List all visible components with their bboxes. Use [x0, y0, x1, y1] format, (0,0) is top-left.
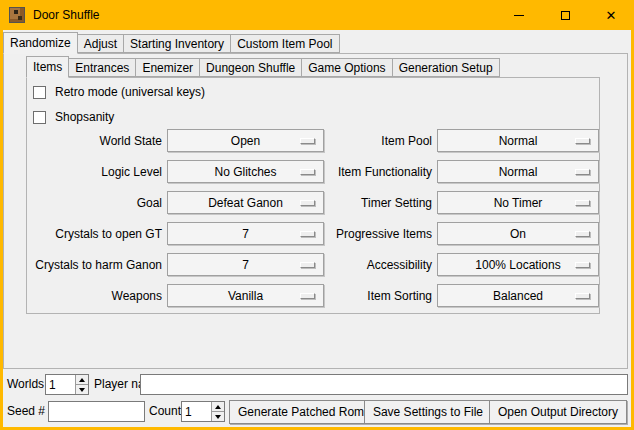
logic-level-value: No Glitches	[214, 165, 276, 179]
item-sorting-label: Item Sorting	[329, 284, 432, 307]
arrow-down-icon	[215, 415, 221, 419]
accessibility-dropdown[interactable]: 100% Locations	[437, 253, 599, 276]
weapons-value: Vanilla	[228, 289, 263, 303]
goal-dropdown[interactable]: Defeat Ganon	[167, 191, 324, 214]
tab-custom-item-pool[interactable]: Custom Item Pool	[230, 34, 339, 53]
dropdown-indicator-icon	[575, 200, 590, 206]
item-pool-value: Normal	[499, 134, 538, 148]
maximize-button[interactable]	[542, 0, 588, 30]
tab-generation-setup[interactable]: Generation Setup	[392, 58, 500, 77]
open-output-directory-button[interactable]: Open Output Directory	[489, 400, 627, 424]
world-state-dropdown[interactable]: Open	[167, 129, 324, 152]
dropdown-indicator-icon	[575, 231, 590, 237]
retro-mode-row: Retro mode (universal keys)	[33, 84, 205, 100]
dropdown-indicator-icon	[300, 138, 315, 144]
arrow-down-icon	[79, 388, 85, 392]
tab-dungeon-shuffle[interactable]: Dungeon Shuffle	[199, 58, 302, 77]
minimize-icon	[514, 15, 524, 16]
crystals-harm-ganon-dropdown[interactable]: 7	[167, 253, 324, 276]
item-functionality-label: Item Functionality	[329, 160, 432, 183]
crystals-open-gt-value: 7	[242, 227, 249, 241]
weapons-dropdown[interactable]: Vanilla	[167, 284, 324, 307]
count-spinbox[interactable]	[181, 401, 225, 422]
count-label: Count	[149, 401, 181, 422]
player-names-input[interactable]	[140, 374, 628, 395]
window-title: Door Shuffle	[33, 8, 100, 22]
titlebar: Door Shuffle ✕	[0, 0, 634, 30]
timer-setting-label: Timer Setting	[329, 191, 432, 214]
worlds-label: Worlds	[7, 374, 44, 395]
accessibility-value: 100% Locations	[475, 258, 560, 272]
item-pool-dropdown[interactable]: Normal	[437, 129, 599, 152]
window-controls: ✕	[496, 0, 634, 30]
progressive-items-value: On	[510, 227, 526, 241]
weapons-label: Weapons	[27, 284, 162, 307]
tab-randomize[interactable]: Randomize	[3, 32, 78, 54]
shopsanity-checkbox[interactable]	[33, 111, 46, 124]
timer-setting-value: No Timer	[494, 196, 543, 210]
shopsanity-row: Shopsanity	[33, 109, 114, 125]
count-spin-buttons	[211, 402, 224, 421]
world-state-label: World State	[27, 129, 162, 152]
crystals-harm-ganon-value: 7	[242, 258, 249, 272]
minimize-button[interactable]	[496, 0, 542, 30]
worlds-spin-buttons	[75, 375, 88, 394]
logic-level-label: Logic Level	[27, 160, 162, 183]
tab-enemizer[interactable]: Enemizer	[135, 58, 200, 77]
accessibility-label: Accessibility	[329, 253, 432, 276]
inner-tab-bar: Items Entrances Enemizer Dungeon Shuffle…	[26, 55, 499, 78]
world-state-value: Open	[231, 134, 260, 148]
dropdown-indicator-icon	[575, 293, 590, 299]
dropdown-indicator-icon	[300, 262, 315, 268]
arrow-up-icon	[215, 405, 221, 409]
dropdown-indicator-icon	[575, 138, 590, 144]
dropdown-indicator-icon	[575, 262, 590, 268]
arrow-up-icon	[79, 378, 85, 382]
door-shuffle-window: Door Shuffle ✕ Randomize Adjust Starting…	[0, 0, 634, 430]
retro-mode-checkbox[interactable]	[33, 86, 46, 99]
tab-starting-inventory[interactable]: Starting Inventory	[123, 34, 231, 53]
item-functionality-dropdown[interactable]: Normal	[437, 160, 599, 183]
close-button[interactable]: ✕	[588, 0, 634, 30]
crystals-open-gt-dropdown[interactable]: 7	[167, 222, 324, 245]
generate-patched-rom-button[interactable]: Generate Patched Rom	[229, 400, 373, 424]
progressive-items-label: Progressive Items	[329, 222, 432, 245]
retro-mode-label: Retro mode (universal keys)	[55, 85, 205, 99]
goal-value: Defeat Ganon	[208, 196, 283, 210]
count-input[interactable]	[182, 402, 211, 421]
worlds-spin-down-button[interactable]	[76, 384, 88, 394]
seed-input[interactable]	[48, 401, 145, 422]
tab-game-options[interactable]: Game Options	[301, 58, 392, 77]
item-sorting-dropdown[interactable]: Balanced	[437, 284, 599, 307]
dropdown-indicator-icon	[300, 231, 315, 237]
timer-setting-dropdown[interactable]: No Timer	[437, 191, 599, 214]
item-pool-label: Item Pool	[329, 129, 432, 152]
dropdown-indicator-icon	[300, 169, 315, 175]
dropdown-indicator-icon	[575, 169, 590, 175]
worlds-spin-up-button[interactable]	[76, 375, 88, 384]
item-functionality-value: Normal	[499, 165, 538, 179]
goal-label: Goal	[27, 191, 162, 214]
maximize-icon	[561, 11, 570, 20]
outer-tab-bar: Randomize Adjust Starting Inventory Cust…	[3, 32, 339, 54]
count-spin-up-button[interactable]	[212, 402, 224, 411]
count-spin-down-button[interactable]	[212, 411, 224, 421]
tab-entrances[interactable]: Entrances	[68, 58, 136, 77]
crystals-harm-ganon-label: Crystals to harm Ganon	[27, 253, 162, 276]
logic-level-dropdown[interactable]: No Glitches	[167, 160, 324, 183]
items-panel: Retro mode (universal keys) Shopsanity W…	[26, 77, 600, 314]
crystals-open-gt-label: Crystals to open GT	[27, 222, 162, 245]
tab-items[interactable]: Items	[26, 56, 69, 78]
dropdown-indicator-icon	[300, 293, 315, 299]
window-content: Randomize Adjust Starting Inventory Cust…	[3, 30, 631, 427]
save-settings-button[interactable]: Save Settings to File	[364, 400, 492, 424]
options-grid: World State Open Item Pool Normal Logic …	[27, 129, 599, 307]
item-sorting-value: Balanced	[493, 289, 543, 303]
door-icon	[9, 7, 25, 23]
progressive-items-dropdown[interactable]: On	[437, 222, 599, 245]
worlds-spinbox[interactable]	[45, 374, 89, 395]
randomize-panel: Items Entrances Enemizer Dungeon Shuffle…	[3, 53, 628, 369]
dropdown-indicator-icon	[300, 200, 315, 206]
tab-adjust[interactable]: Adjust	[77, 34, 124, 53]
worlds-input[interactable]	[46, 375, 75, 394]
